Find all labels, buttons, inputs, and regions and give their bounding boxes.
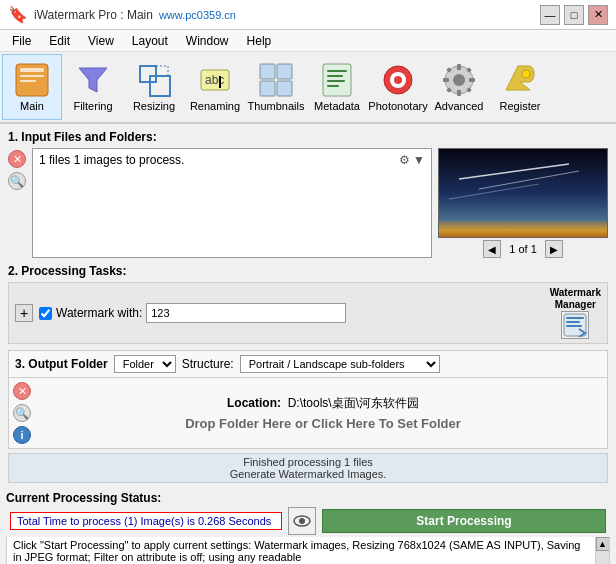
preview-navigation: ◀ 1 of 1 ▶ (483, 240, 563, 258)
svg-rect-41 (566, 317, 584, 319)
svg-text:abc: abc (205, 73, 224, 87)
toolbar-renaming[interactable]: abc Renaming (185, 54, 245, 120)
preview-toggle-button[interactable] (288, 507, 316, 535)
remove-output-button[interactable]: ✕ (13, 382, 31, 400)
toolbar-metadata-label: Metadata (314, 100, 360, 112)
search-file-button[interactable]: 🔍 (8, 172, 26, 190)
folder-type-select[interactable]: Folder (114, 355, 176, 373)
location-label: Location: (227, 396, 284, 410)
log-area: Click "Start Processing" to apply curren… (6, 537, 610, 564)
svg-rect-27 (457, 90, 461, 96)
scroll-up-button[interactable]: ▲ (596, 537, 610, 551)
svg-rect-19 (327, 80, 345, 82)
file-count-text: 1 files 1 images to process. (39, 153, 184, 167)
preview-prev-button[interactable]: ◀ (483, 240, 501, 258)
location-value: D:\tools\桌面\河东软件园 (288, 396, 419, 410)
close-button[interactable]: ✕ (588, 5, 608, 25)
title-bar: 🔖 iWatermark Pro : Main www.pc0359.cn — … (0, 0, 616, 30)
svg-rect-6 (150, 76, 170, 96)
add-task-button[interactable]: + (15, 304, 33, 322)
toolbar-photonotary-label: Photonotary (368, 100, 427, 112)
tasks-section: + Watermark with: WatermarkManager (8, 282, 608, 344)
svg-rect-5 (140, 66, 156, 82)
zoom-output-button[interactable]: 🔍 (13, 404, 31, 422)
menu-bar: File Edit View Layout Window Help (0, 30, 616, 52)
svg-point-34 (522, 70, 530, 78)
svg-rect-29 (469, 78, 475, 82)
menu-file[interactable]: File (4, 32, 39, 50)
svg-rect-2 (20, 75, 44, 77)
watermark-manager-icon (561, 311, 589, 339)
status-text2: Generate Watermarked Images. (230, 468, 387, 480)
processing-title: Current Processing Status: (6, 491, 161, 505)
svg-rect-11 (219, 76, 221, 88)
toolbar-filtering[interactable]: Filtering (63, 54, 123, 120)
app-icon: 🔖 (8, 5, 28, 24)
watermark-text: www.pc0359.cn (159, 9, 236, 21)
toolbar-register[interactable]: Register (490, 54, 550, 120)
toolbar-main[interactable]: Main (2, 54, 62, 120)
svg-point-45 (299, 518, 305, 524)
remove-file-button[interactable]: ✕ (8, 150, 26, 168)
section-input-title: 1. Input Files and Folders: (8, 130, 608, 144)
minimize-button[interactable]: — (540, 5, 560, 25)
svg-rect-12 (260, 64, 275, 79)
log-text: Click "Start Processing" to apply curren… (13, 539, 587, 563)
svg-rect-18 (327, 75, 343, 77)
preview-area: ◀ 1 of 1 ▶ (438, 148, 608, 258)
svg-rect-13 (277, 64, 292, 79)
svg-rect-20 (327, 85, 339, 87)
processing-time-text: Total Time to process (1) Image(s) is 0.… (17, 515, 271, 527)
menu-view[interactable]: View (80, 32, 122, 50)
structure-select[interactable]: Portrait / Landscape sub-folders (240, 355, 440, 373)
main-content: 1. Input Files and Folders: ✕ 🔍 1 files … (0, 124, 616, 489)
structure-label: Structure: (182, 357, 234, 371)
toolbar-filtering-label: Filtering (73, 100, 112, 112)
watermark-manager-label: WatermarkManager (550, 287, 601, 311)
svg-rect-43 (566, 325, 582, 327)
file-settings-button[interactable]: ⚙ ▼ (399, 153, 425, 167)
svg-point-25 (453, 74, 465, 86)
toolbar-main-label: Main (20, 100, 44, 112)
watermark-checkbox[interactable] (39, 307, 52, 320)
toolbar-advanced[interactable]: Advanced (429, 54, 489, 120)
toolbar-metadata[interactable]: Metadata (307, 54, 367, 120)
maximize-button[interactable]: □ (564, 5, 584, 25)
svg-rect-14 (260, 81, 275, 96)
svg-rect-17 (327, 70, 347, 72)
title-text: iWatermark Pro : Main (34, 8, 153, 22)
toolbar-thumbnails-label: Thumbnails (248, 100, 305, 112)
toolbar-advanced-label: Advanced (435, 100, 484, 112)
svg-marker-4 (79, 68, 107, 92)
status-bar: Finished processing 1 files Generate Wat… (8, 453, 608, 483)
status-text1: Finished processing 1 files (243, 456, 373, 468)
preview-image (438, 148, 608, 238)
menu-window[interactable]: Window (178, 32, 237, 50)
toolbar-photonotary[interactable]: Photonotary (368, 54, 428, 120)
toolbar: Main Filtering Resizing abc (0, 52, 616, 124)
toolbar-thumbnails[interactable]: Thumbnails (246, 54, 306, 120)
start-processing-button[interactable]: Start Processing (322, 509, 606, 533)
svg-rect-26 (457, 64, 461, 70)
info-output-button[interactable]: i (13, 426, 31, 444)
watermark-manager-button[interactable]: WatermarkManager (550, 287, 601, 339)
svg-rect-28 (443, 78, 449, 82)
svg-rect-1 (20, 68, 44, 72)
watermark-value-input[interactable] (146, 303, 346, 323)
output-section: 3. Output Folder Folder Structure: Portr… (8, 350, 608, 449)
svg-rect-42 (566, 321, 580, 323)
drop-folder-text[interactable]: Drop Folder Here or Click Here To Set Fo… (185, 416, 461, 431)
processing-time-box: Total Time to process (1) Image(s) is 0.… (10, 512, 282, 530)
svg-rect-39 (439, 221, 608, 238)
svg-rect-15 (277, 81, 292, 96)
menu-layout[interactable]: Layout (124, 32, 176, 50)
menu-edit[interactable]: Edit (41, 32, 78, 50)
toolbar-register-label: Register (500, 100, 541, 112)
input-section: ✕ 🔍 1 files 1 images to process. ⚙ ▼ (8, 148, 608, 258)
task-row: Watermark with: (39, 303, 544, 323)
menu-help[interactable]: Help (239, 32, 280, 50)
svg-point-23 (394, 76, 402, 84)
toolbar-resizing[interactable]: Resizing (124, 54, 184, 120)
preview-next-button[interactable]: ▶ (545, 240, 563, 258)
processing-status-section: Current Processing Status: Total Time to… (0, 489, 616, 564)
